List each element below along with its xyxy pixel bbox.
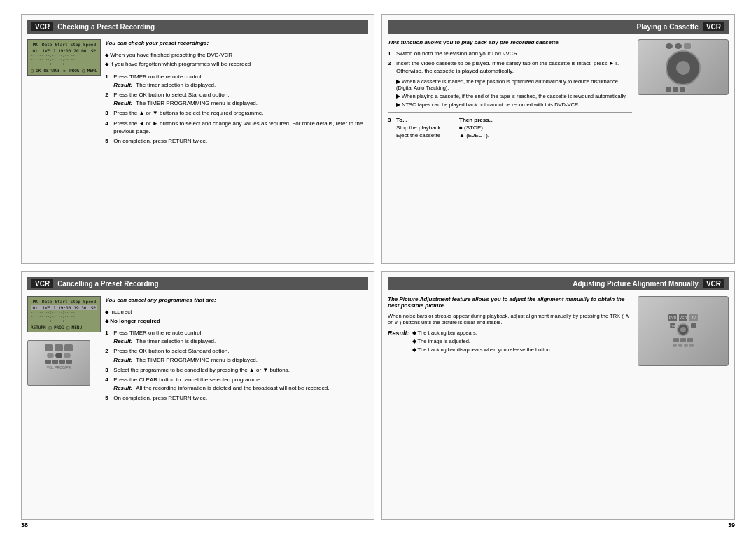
result-alignment-3: ◆ The tracking bar disappears when you r… — [412, 346, 552, 353]
vcr-badge-cancelling: VCR — [31, 279, 53, 288]
section-cancelling-preset: VCR Cancelling a Preset Recording PR Dat… — [21, 271, 374, 521]
section-header-checking: VCR Checking a Preset Recording — [27, 20, 368, 34]
step-cancel-5: 5 On completion, press RETURN twice. — [105, 394, 368, 402]
section-checking-preset: VCR Checking a Preset Recording PR Date … — [21, 14, 374, 264]
body-alignment: When noise bars or streaks appear during… — [388, 313, 632, 325]
page-number-right: 39 — [728, 521, 735, 528]
section-title-playing: Playing a Cassette — [637, 23, 699, 31]
bullet-cancelling-2: No longer required — [105, 317, 368, 325]
bullet-checking-2: If you have forgotten which programmes w… — [105, 60, 368, 68]
step-cancel-1: 1 Press TIMER on the remote control. Res… — [105, 329, 368, 345]
section-playing-cassette: VCR Playing a Cassette This function all… — [382, 14, 735, 264]
section-picture-alignment: VCR Adjusting Picture Alignment Manually… — [382, 271, 735, 521]
step-checking-4: 4 Press the ◄ or ► buttons to select and… — [105, 120, 368, 135]
remote-control-image: VOL PROG/PR — [27, 340, 90, 386]
step-checking-2: 2 Press the OK button to select Standard… — [105, 91, 368, 107]
step-checking-5: 5 On completion, press RETURN twice. — [105, 137, 368, 145]
vcr-badge-alignment: VCR — [703, 279, 724, 288]
bullet-checking-1: When you have finished presetting the DV… — [105, 51, 368, 59]
bullets-checking: When you have finished presetting the DV… — [105, 51, 368, 68]
result-alignment-2: ◆ The image is adjusted. — [412, 338, 552, 344]
vcr-image-alignment: DVD VCR TV VOL — [638, 296, 729, 366]
page-number-left: 38 — [21, 521, 28, 528]
intro-playing: This function allows you to play back an… — [388, 39, 632, 45]
vcr-badge-playing: VCR — [703, 22, 724, 31]
step-cancel-2: 2 Press the OK button to select Standard… — [105, 347, 368, 363]
section-header-playing: VCR Playing a Cassette — [388, 20, 729, 34]
timer-display: PR Date Start Stop Speed 01 1VE 1 19:00 … — [27, 39, 101, 76]
section-title-checking: Checking a Preset Recording — [57, 23, 155, 31]
section-header-alignment: VCR Adjusting Picture Alignment Manually — [388, 277, 729, 290]
vcr-badge-checking: VCR — [31, 22, 53, 31]
section-title-cancelling: Cancelling a Preset Recording — [57, 280, 159, 288]
intro-checking: You can check your preset recordings: — [105, 39, 368, 47]
step-playing-2: 2 Insert the video cassette to be played… — [388, 59, 632, 75]
step-checking-3: 3 Press the ▲ or ▼ buttons to select the… — [105, 109, 368, 117]
step-cancel-3: 3 Select the programme to be cancelled b… — [105, 366, 368, 374]
intro-cancelling: You can cancel any programmes that are: — [105, 296, 368, 304]
vcr-image-playing — [638, 39, 729, 95]
step-cancel-4: 4 Press the CLEAR button to cancel the s… — [105, 376, 368, 392]
step-checking-1: 1 Press TIMER on the remote control. Res… — [105, 73, 368, 89]
bullets-cancelling: Incorrect No longer required — [105, 308, 368, 325]
table-row-stop: Stop the playback ■ (STOP). — [396, 125, 632, 131]
table-row-eject: Eject the cassette ▲ (EJECT). — [396, 132, 632, 139]
section-title-alignment: Adjusting Picture Alignment Manually — [573, 280, 699, 288]
note-playing-2: ▶ When playing a cassette, if the end of… — [396, 93, 632, 99]
intro-alignment: The Picture Adjustment feature allows yo… — [388, 296, 632, 309]
timer-display-cancel: PR Date Start Stop Speed 01 1VE 1 19:00 … — [27, 296, 101, 332]
bullet-cancelling-1: Incorrect — [105, 308, 368, 316]
section-header-cancelling: VCR Cancelling a Preset Recording — [27, 277, 368, 290]
note-playing-3: ▶ NTSC tapes can be played back but cann… — [396, 101, 632, 108]
note-playing-1: ▶ When a cassette is loaded, the tape po… — [396, 78, 632, 91]
result-alignment-1: ◆ The tracking bar appears. — [412, 330, 552, 336]
step-playing-1: 1 Switch on both the television and your… — [388, 50, 632, 57]
